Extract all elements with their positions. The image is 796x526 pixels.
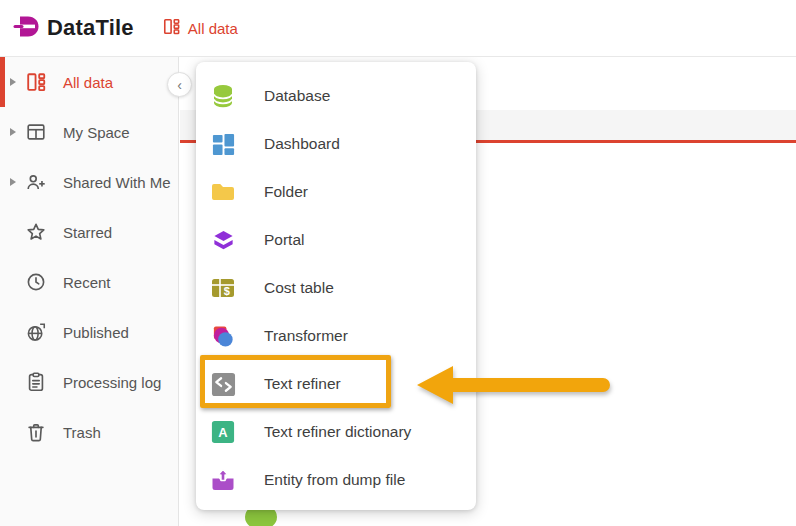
my-space-icon	[24, 120, 48, 144]
menu-item-cost-table[interactable]: $ Cost table	[196, 264, 476, 312]
caret-spacer	[10, 428, 16, 436]
sidebar-item-my-space[interactable]: My Space	[0, 107, 178, 157]
menu-item-transformer[interactable]: Transformer	[196, 312, 476, 360]
expand-caret-icon[interactable]	[10, 78, 16, 86]
expand-caret-icon[interactable]	[10, 178, 16, 186]
all-data-icon	[162, 17, 181, 40]
menu-item-label: Portal	[264, 231, 305, 249]
menu-item-portal[interactable]: Portal	[196, 216, 476, 264]
database-icon	[210, 83, 236, 109]
datatile-logo-icon	[13, 12, 42, 45]
menu-item-entity-from-dump-file[interactable]: Entity from dump file	[196, 456, 476, 504]
sidebar: All data My Space Shared With Me	[0, 57, 179, 526]
transformer-icon	[210, 323, 236, 349]
menu-item-label: Folder	[264, 183, 308, 201]
menu-item-label: Text refiner dictionary	[264, 423, 411, 441]
svg-text:A: A	[218, 425, 227, 440]
trash-icon	[24, 420, 48, 444]
menu-item-text-refiner-dictionary[interactable]: A Text refiner dictionary	[196, 408, 476, 456]
text-refiner-dictionary-icon: A	[210, 419, 236, 445]
sidebar-item-label: Processing log	[63, 374, 161, 391]
app-header: DataTile All data	[0, 0, 796, 57]
sidebar-item-label: Starred	[63, 224, 112, 241]
sidebar-item-shared-with-me[interactable]: Shared With Me	[0, 157, 178, 207]
menu-item-label: Text refiner	[264, 375, 341, 393]
sidebar-item-recent[interactable]: Recent	[0, 257, 178, 307]
menu-item-label: Entity from dump file	[264, 471, 405, 489]
sidebar-item-label: All data	[63, 74, 113, 91]
sidebar-item-published[interactable]: Published	[0, 307, 178, 357]
caret-spacer	[10, 228, 16, 236]
caret-spacer	[10, 328, 16, 336]
menu-item-folder[interactable]: Folder	[196, 168, 476, 216]
sidebar-item-label: Recent	[63, 274, 111, 291]
cost-table-icon: $	[210, 275, 236, 301]
text-refiner-icon	[210, 371, 236, 397]
create-entity-menu: Database Dashboard Folder Portal	[196, 62, 476, 510]
sidebar-collapse-button[interactable]: ‹	[167, 72, 192, 97]
app-title: DataTile	[47, 15, 134, 41]
folder-icon	[210, 179, 236, 205]
dashboard-icon	[210, 131, 236, 157]
chevron-left-icon: ‹	[177, 78, 182, 92]
portal-icon	[210, 227, 236, 253]
menu-item-label: Dashboard	[264, 135, 340, 153]
globe-icon	[24, 320, 48, 344]
sidebar-item-processing-log[interactable]: Processing log	[0, 357, 178, 407]
all-data-icon	[24, 70, 48, 94]
menu-item-database[interactable]: Database	[196, 72, 476, 120]
expand-caret-icon[interactable]	[10, 128, 16, 136]
menu-item-dashboard[interactable]: Dashboard	[196, 120, 476, 168]
app-logo[interactable]: DataTile	[13, 12, 134, 45]
menu-item-label: Transformer	[264, 327, 348, 345]
sidebar-item-label: My Space	[63, 124, 130, 141]
sidebar-item-label: Published	[63, 324, 129, 341]
sidebar-item-label: Trash	[63, 424, 101, 441]
upload-tray-icon	[210, 467, 236, 493]
caret-spacer	[10, 278, 16, 286]
sidebar-item-starred[interactable]: Starred	[0, 207, 178, 257]
breadcrumb[interactable]: All data	[162, 17, 238, 40]
clock-icon	[24, 270, 48, 294]
breadcrumb-label: All data	[188, 20, 238, 37]
star-icon	[24, 220, 48, 244]
sidebar-item-trash[interactable]: Trash	[0, 407, 178, 457]
caret-spacer	[10, 378, 16, 386]
svg-text:$: $	[224, 285, 230, 297]
sidebar-item-label: Shared With Me	[63, 174, 171, 191]
menu-item-text-refiner[interactable]: Text refiner	[196, 360, 476, 408]
clipboard-icon	[24, 370, 48, 394]
sidebar-item-all-data[interactable]: All data	[0, 57, 178, 107]
person-add-icon	[24, 170, 48, 194]
menu-item-label: Database	[264, 87, 330, 105]
menu-item-label: Cost table	[264, 279, 334, 297]
